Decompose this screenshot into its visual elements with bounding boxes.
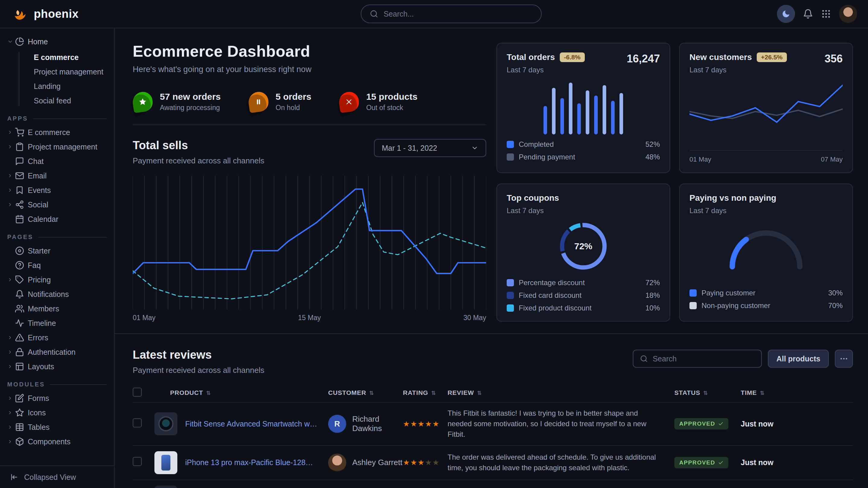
- column-header-status[interactable]: STATUS⇅: [674, 389, 741, 396]
- user-avatar[interactable]: [839, 5, 857, 23]
- pause-icon: [247, 90, 270, 113]
- notifications-bell-icon[interactable]: [803, 9, 813, 19]
- card-title: New customers: [689, 53, 752, 62]
- sidebar-item-notifications[interactable]: Notifications: [7, 287, 107, 301]
- help-icon: [15, 261, 28, 270]
- legend-swatch: [507, 141, 514, 148]
- status-cell: APPROVED: [674, 457, 741, 468]
- brand[interactable]: phoenix: [12, 6, 79, 22]
- sidebar-item-calendar[interactable]: Calendar: [7, 212, 107, 226]
- quick-stat: 57 new ordersAwating processing: [133, 92, 221, 112]
- sidebar-item-social-feed[interactable]: Social feed: [7, 93, 107, 108]
- cart-icon: [15, 128, 28, 137]
- sidebar-item-members[interactable]: Members: [7, 301, 107, 316]
- close-icon: [338, 90, 361, 113]
- sidebar-item-chat[interactable]: Chat: [7, 154, 107, 168]
- paying-vs-non-paying-card: Paying vs non paying Last 7 days Paying …: [679, 184, 853, 322]
- legend-label: Percentage discount: [519, 279, 585, 287]
- product-thumbnail-phone: [154, 451, 177, 474]
- table-row: iPhone 13 pro max-Pacific Blue-128GB sto…: [133, 446, 853, 480]
- sidebar-item-tables[interactable]: Tables: [7, 420, 107, 434]
- legend-label: Fixed card discount: [519, 291, 582, 300]
- quick-stats-row: 57 new ordersAwating processing5 ordersO…: [133, 92, 486, 125]
- legend-value: 10%: [645, 304, 660, 312]
- star-empty-icon: ★: [425, 458, 432, 466]
- search-input[interactable]: [384, 10, 533, 19]
- sidebar-item-project-management[interactable]: Project management: [7, 139, 107, 154]
- product-link[interactable]: Fitbit Sense Advanced Smartwatch with To…: [185, 420, 328, 428]
- quick-stat-value: 5 orders: [276, 92, 311, 102]
- total-orders-delta-badge: -6.8%: [560, 53, 585, 62]
- sidebar-item-social[interactable]: Social: [7, 197, 107, 212]
- topbar-search[interactable]: [361, 4, 542, 23]
- sidebar-item-components[interactable]: Components: [7, 434, 107, 449]
- sidebar-item-errors[interactable]: Errors: [7, 330, 107, 345]
- sidebar-item-timeline[interactable]: Timeline: [7, 316, 107, 330]
- column-header-rating[interactable]: RATING⇅: [403, 389, 447, 396]
- column-header-product[interactable]: PRODUCT⇅: [154, 389, 328, 396]
- select-all-checkbox[interactable]: [133, 388, 142, 397]
- sidebar-item-authentication[interactable]: Authentication: [7, 345, 107, 359]
- sidebar-item-faq[interactable]: Faq: [7, 258, 107, 272]
- sidebar-item-label: Chat: [28, 157, 44, 166]
- sidebar-item-label: Events: [28, 186, 51, 195]
- star-icon: [15, 408, 28, 417]
- legend-swatch: [507, 279, 514, 286]
- sidebar-section-label: MODULES: [7, 381, 45, 388]
- row-checkbox[interactable]: [133, 457, 142, 466]
- sidebar-item-home[interactable]: Home: [7, 34, 107, 49]
- topbar-actions: [777, 5, 857, 23]
- row-checkbox[interactable]: [133, 418, 142, 427]
- total-orders-bar-chart: [538, 79, 628, 134]
- legend-value: 72%: [645, 279, 660, 287]
- chevron-right-icon: [7, 173, 15, 178]
- all-products-button[interactable]: All products: [768, 350, 829, 368]
- legend-swatch: [507, 154, 514, 161]
- star-filled-icon: ★: [433, 420, 440, 428]
- disc-icon: [15, 246, 28, 255]
- sidebar-item-starter[interactable]: Starter: [7, 243, 107, 258]
- sidebar-item-events[interactable]: Events: [7, 183, 107, 197]
- product-link[interactable]: iPhone 13 pro max-Pacific Blue-128GB sto…: [185, 458, 328, 467]
- sidebar-item-e-commerce[interactable]: E commerce: [7, 50, 107, 65]
- more-options-button[interactable]: [835, 350, 853, 368]
- x-tick: 01 May: [689, 156, 711, 163]
- latest-reviews-subtitle: Payment received across all channels: [133, 366, 264, 375]
- sidebar-item-icons[interactable]: Icons: [7, 405, 107, 420]
- column-header-customer[interactable]: CUSTOMER⇅: [328, 389, 403, 396]
- sidebar-item-forms[interactable]: Forms: [7, 391, 107, 405]
- legend-item: Pending payment48%: [507, 151, 660, 163]
- sidebar-item-pricing[interactable]: Pricing: [7, 272, 107, 287]
- sidebar-item-layouts[interactable]: Layouts: [7, 359, 107, 374]
- star-filled-icon: ★: [410, 420, 417, 428]
- sidebar-item-e-commerce[interactable]: E commerce: [7, 125, 107, 139]
- theme-toggle-moon-icon[interactable]: [777, 5, 795, 23]
- legend-label: Non-paying customer: [702, 301, 770, 310]
- column-header-review[interactable]: REVIEW⇅: [447, 389, 674, 396]
- reviews-search[interactable]: [633, 350, 762, 368]
- sidebar-item-landing[interactable]: Landing: [7, 79, 107, 93]
- reviews-search-input[interactable]: [653, 355, 754, 363]
- sidebar-item-label: Notifications: [28, 290, 69, 299]
- status-cell: APPROVED: [674, 418, 741, 429]
- customer-avatar: [328, 454, 346, 472]
- sidebar-item-project-management[interactable]: Project management: [7, 65, 107, 79]
- sidebar-item-email[interactable]: Email: [7, 168, 107, 183]
- date-range-select[interactable]: Mar 1 - 31, 2022: [374, 139, 486, 157]
- sidebar-home-children: E commerceProject managementLandingSocia…: [7, 50, 107, 108]
- quick-stat-text: 57 new ordersAwating processing: [160, 92, 221, 112]
- date-range-value: Mar 1 - 31, 2022: [382, 144, 437, 153]
- sidebar-item-label: Email: [28, 171, 47, 180]
- collapsed-view-toggle[interactable]: Collapsed View: [0, 465, 114, 488]
- status-badge-label: APPROVED: [679, 459, 715, 466]
- apps-grid-icon[interactable]: [821, 9, 831, 19]
- sidebar-item-label: Pricing: [28, 275, 51, 284]
- product-thumbnail-watch: [154, 412, 177, 435]
- total-orders-legend: Completed52%Pending payment48%: [507, 138, 660, 163]
- legend-label: Paying customer: [702, 289, 755, 297]
- star-filled-icon: ★: [425, 420, 432, 428]
- sidebar-item-label: Faq: [28, 261, 41, 270]
- sidebar-item-label: Calendar: [28, 215, 58, 224]
- sidebar-item-label: Landing: [34, 82, 61, 91]
- column-header-time[interactable]: TIME⇅: [741, 389, 853, 396]
